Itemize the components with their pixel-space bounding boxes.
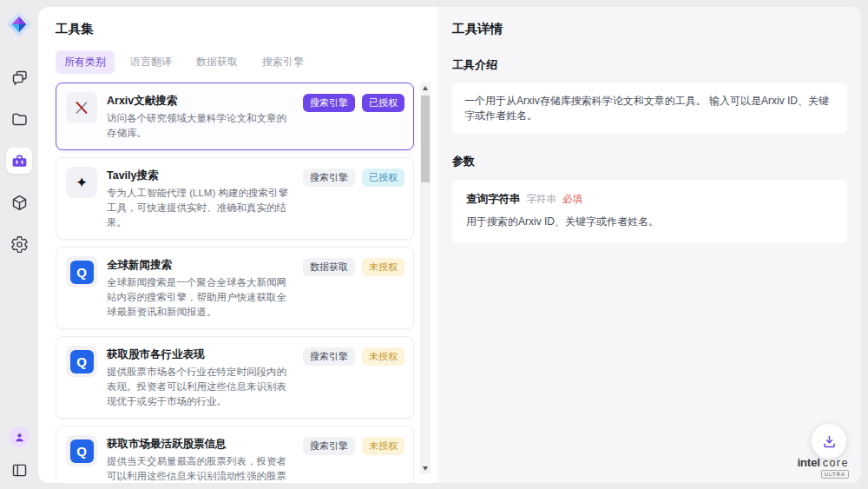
tool-name: Arxiv文献搜索: [107, 93, 293, 109]
tool-list: Arxiv文献搜索 访问各个研究领域大量科学论文和文章的存储库。 搜索引擎 已授…: [56, 83, 414, 483]
core-wordmark: core: [823, 457, 849, 469]
scrollbar[interactable]: [420, 83, 431, 474]
sidebar-item-chat[interactable]: [6, 64, 32, 90]
tool-intro-card: 一个用于从Arxiv存储库搜索科学论文和文章的工具。 输入可以是Arxiv ID…: [452, 83, 847, 134]
tool-badges: 搜索引擎 已授权: [303, 167, 404, 187]
scrollbar-thumb[interactable]: [421, 96, 430, 182]
tool-name: 获取市场最活跃股票信息: [107, 436, 293, 452]
intel-wordmark: intel: [797, 456, 819, 469]
intro-heading: 工具介绍: [452, 57, 847, 73]
q-search-icon: Q: [70, 350, 94, 373]
folder-icon: [10, 110, 29, 129]
parameter-description: 用于搜索的Arxiv ID、关键字或作者姓名。: [466, 215, 833, 229]
user-avatar[interactable]: [9, 426, 30, 447]
sidebar-item-packages[interactable]: [6, 189, 32, 215]
tool-description: 提供股票市场各个行业在特定时间段内的表现。投资者可以利用这些信息来识别表现优于或…: [107, 365, 293, 409]
download-icon: [821, 433, 838, 450]
tool-list-body: Arxiv文献搜索 访问各个研究领域大量科学论文和文章的存储库。 搜索引擎 已授…: [56, 83, 438, 483]
auth-status-badge: 已授权: [362, 94, 404, 112]
user-avatar-icon: [13, 431, 26, 444]
app-logo: [5, 10, 33, 38]
category-tab[interactable]: 语言翻译: [122, 50, 181, 74]
tool-text: 全球新闻搜索 全球新闻搜索是一个聚合全球各大新闻网站内容的搜索引擎，帮助用户快速…: [107, 256, 293, 320]
download-button[interactable]: [812, 424, 846, 459]
panel-toggle-icon: [10, 461, 29, 479]
category-tab[interactable]: 搜索引擎: [253, 50, 312, 74]
cube-icon: [10, 194, 29, 212]
tool-list-panel: 工具集 所有类别 语言翻译 数据获取 搜索引擎: [38, 7, 438, 483]
parameter-type: 字符串: [527, 193, 557, 206]
tool-icon: Q: [66, 256, 97, 287]
tool-card[interactable]: Q 获取股市各行业表现 提供股票市场各个行业在特定时间段内的表现。投资者可以利用…: [56, 336, 414, 419]
tool-badges: 搜索引擎 未授权: [303, 346, 404, 366]
sidebar-item-files[interactable]: [6, 106, 32, 132]
tool-description: 提供当天交易量最高的股票列表，投资者可以利用这些信息来识别流动性强的股票和潜在的…: [107, 454, 293, 483]
page-title: 工具集: [56, 21, 438, 37]
parameter-name: 查询字符串: [466, 192, 521, 207]
category-tabs: 所有类别 语言翻译 数据获取 搜索引擎: [56, 50, 438, 74]
ultra-badge: ULTRA: [821, 470, 849, 479]
category-badge: 搜索引擎: [303, 169, 355, 187]
scroll-down-arrow-icon[interactable]: [423, 466, 428, 471]
tool-card[interactable]: Q 全球新闻搜索 全球新闻搜索是一个聚合全球各大新闻网站内容的搜索引擎，帮助用户…: [56, 247, 414, 329]
params-heading: 参数: [452, 154, 847, 169]
tool-card[interactable]: Q 获取市场最活跃股票信息 提供当天交易量最高的股票列表，投资者可以利用这些信息…: [56, 426, 414, 483]
tool-name: 全球新闻搜索: [107, 257, 293, 273]
sidebar-nav: [6, 64, 32, 257]
category-badge: 数据获取: [303, 258, 355, 276]
category-tab[interactable]: 所有类别: [56, 50, 115, 74]
scroll-up-arrow-icon[interactable]: [423, 86, 428, 90]
collapse-sidebar-button[interactable]: [9, 459, 30, 480]
tool-card[interactable]: Arxiv文献搜索 访问各个研究领域大量科学论文和文章的存储库。 搜索引擎 已授…: [56, 83, 414, 150]
tool-icon: [66, 92, 97, 123]
toolbox-icon: [10, 152, 29, 170]
q-search-icon: Q: [70, 261, 94, 284]
left-rail: [0, 0, 38, 489]
tool-badges: 数据获取 未授权: [303, 256, 404, 276]
auth-status-badge: 未授权: [362, 437, 404, 455]
tool-name: 获取股市各行业表现: [107, 347, 293, 362]
tool-description: 访问各个研究领域大量科学论文和文章的存储库。: [107, 111, 293, 141]
category-badge: 搜索引擎: [303, 437, 355, 455]
sidebar-bottom: [9, 426, 30, 480]
tool-badges: 搜索引擎 已授权: [303, 92, 404, 112]
auth-status-badge: 未授权: [362, 258, 404, 276]
tool-icon: Q: [66, 435, 97, 466]
tool-description: 全球新闻搜索是一个聚合全球各大新闻网站内容的搜索引擎，帮助用户快速获取全球最新资…: [107, 275, 293, 320]
category-badge: 搜索引擎: [303, 94, 355, 112]
tool-text: Tavily搜索 专为人工智能代理 (LLM) 构建的搜索引擎工具，可快速提供实…: [107, 167, 293, 230]
auth-status-badge: 已授权: [362, 169, 404, 187]
main-window: 工具集 所有类别 语言翻译 数据获取 搜索引擎: [38, 7, 861, 483]
tool-text: 获取股市各行业表现 提供股票市场各个行业在特定时间段内的表现。投资者可以利用这些…: [107, 346, 293, 409]
auth-status-badge: 未授权: [362, 347, 404, 366]
required-badge: 必填: [562, 193, 582, 206]
tool-text: Arxiv文献搜索 访问各个研究领域大量科学论文和文章的存储库。: [107, 92, 293, 141]
sidebar-item-settings[interactable]: [6, 231, 32, 257]
tool-detail-panel: 工具详情 工具介绍 一个用于从Arxiv存储库搜索科学论文和文章的工具。 输入可…: [438, 7, 861, 483]
tool-icon: ✦: [66, 167, 97, 198]
tool-name: Tavily搜索: [107, 168, 293, 183]
tool-description: 专为人工智能代理 (LLM) 构建的搜索引擎工具，可快速提供实时、准确和真实的结…: [107, 186, 293, 230]
parameter-header: 查询字符串 字符串 必填: [466, 192, 833, 207]
detail-title: 工具详情: [452, 21, 847, 37]
tavily-star-icon: ✦: [76, 175, 88, 190]
sidebar-item-tools[interactable]: [6, 148, 32, 174]
intel-core-logo: intel core ULTRA: [797, 456, 849, 479]
q-search-icon: Q: [70, 439, 94, 463]
gear-icon: [10, 235, 29, 254]
parameter-card: 查询字符串 字符串 必填 用于搜索的Arxiv ID、关键字或作者姓名。: [452, 180, 847, 243]
category-badge: 搜索引擎: [303, 347, 355, 366]
tool-icon: Q: [66, 346, 97, 377]
chat-icon: [10, 69, 29, 87]
category-tab[interactable]: 数据获取: [187, 50, 247, 74]
arxiv-logo-icon: [73, 99, 90, 116]
tool-badges: 搜索引擎 未授权: [303, 435, 404, 455]
tool-text: 获取市场最活跃股票信息 提供当天交易量最高的股票列表，投资者可以利用这些信息来识…: [107, 435, 293, 483]
tool-card[interactable]: ✦ Tavily搜索 专为人工智能代理 (LLM) 构建的搜索引擎工具，可快速提…: [56, 157, 414, 240]
